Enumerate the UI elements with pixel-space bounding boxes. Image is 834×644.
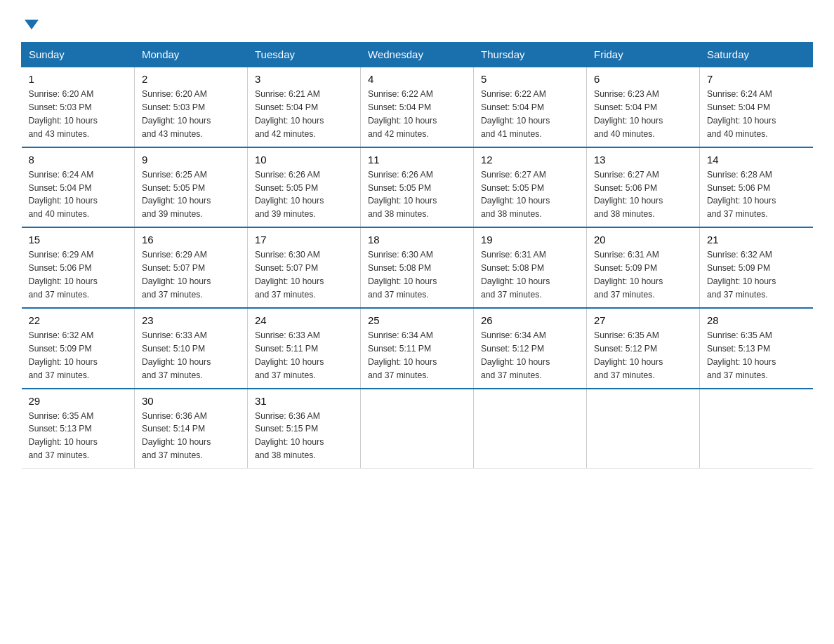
day-number: 3 [255, 73, 353, 85]
day-info: Sunrise: 6:34 AMSunset: 5:12 PMDaylight:… [481, 329, 579, 382]
day-number: 30 [142, 395, 240, 407]
calendar-cell: 10Sunrise: 6:26 AMSunset: 5:05 PMDayligh… [248, 147, 361, 228]
calendar-cell [587, 389, 700, 469]
column-header-tuesday: Tuesday [248, 43, 361, 67]
day-info: Sunrise: 6:21 AMSunset: 5:04 PMDaylight:… [255, 88, 353, 141]
calendar-cell: 30Sunrise: 6:36 AMSunset: 5:14 PMDayligh… [135, 389, 248, 469]
day-info: Sunrise: 6:36 AMSunset: 5:14 PMDaylight:… [142, 410, 240, 463]
day-info: Sunrise: 6:33 AMSunset: 5:10 PMDaylight:… [142, 329, 240, 382]
calendar-week-row: 15Sunrise: 6:29 AMSunset: 5:06 PMDayligh… [22, 227, 813, 308]
day-info: Sunrise: 6:29 AMSunset: 5:07 PMDaylight:… [142, 248, 240, 302]
day-number: 9 [142, 154, 240, 166]
column-header-thursday: Thursday [474, 43, 587, 67]
logo-triangle-icon [25, 20, 39, 29]
day-info: Sunrise: 6:35 AMSunset: 5:13 PMDaylight:… [707, 329, 806, 382]
day-info: Sunrise: 6:36 AMSunset: 5:15 PMDaylight:… [255, 410, 353, 463]
day-info: Sunrise: 6:26 AMSunset: 5:05 PMDaylight:… [368, 168, 466, 222]
day-number: 10 [255, 154, 353, 166]
calendar-week-row: 22Sunrise: 6:32 AMSunset: 5:09 PMDayligh… [22, 308, 813, 389]
day-info: Sunrise: 6:30 AMSunset: 5:07 PMDaylight:… [255, 248, 353, 302]
calendar-cell: 25Sunrise: 6:34 AMSunset: 5:11 PMDayligh… [361, 308, 474, 389]
day-info: Sunrise: 6:30 AMSunset: 5:08 PMDaylight:… [368, 248, 466, 302]
calendar-header-row: SundayMondayTuesdayWednesdayThursdayFrid… [22, 43, 813, 67]
day-number: 18 [368, 234, 466, 246]
calendar-week-row: 1Sunrise: 6:20 AMSunset: 5:03 PMDaylight… [22, 67, 813, 147]
day-number: 29 [29, 395, 128, 407]
day-info: Sunrise: 6:31 AMSunset: 5:08 PMDaylight:… [481, 248, 579, 302]
calendar-cell: 7Sunrise: 6:24 AMSunset: 5:04 PMDaylight… [700, 67, 813, 147]
day-number: 14 [707, 154, 806, 166]
day-number: 31 [255, 395, 353, 407]
day-info: Sunrise: 6:20 AMSunset: 5:03 PMDaylight:… [142, 88, 240, 141]
day-info: Sunrise: 6:26 AMSunset: 5:05 PMDaylight:… [255, 168, 353, 222]
day-number: 21 [707, 234, 806, 246]
day-info: Sunrise: 6:24 AMSunset: 5:04 PMDaylight:… [29, 168, 128, 222]
day-number: 26 [481, 314, 579, 326]
day-number: 22 [29, 314, 128, 326]
header [21, 14, 813, 29]
calendar-cell: 16Sunrise: 6:29 AMSunset: 5:07 PMDayligh… [135, 227, 248, 308]
calendar-cell: 17Sunrise: 6:30 AMSunset: 5:07 PMDayligh… [248, 227, 361, 308]
calendar-cell: 18Sunrise: 6:30 AMSunset: 5:08 PMDayligh… [361, 227, 474, 308]
calendar-week-row: 29Sunrise: 6:35 AMSunset: 5:13 PMDayligh… [22, 389, 813, 469]
day-number: 11 [368, 154, 466, 166]
calendar-cell: 29Sunrise: 6:35 AMSunset: 5:13 PMDayligh… [22, 389, 135, 469]
calendar-cell: 11Sunrise: 6:26 AMSunset: 5:05 PMDayligh… [361, 147, 474, 228]
day-info: Sunrise: 6:34 AMSunset: 5:11 PMDaylight:… [368, 329, 466, 382]
calendar-cell: 22Sunrise: 6:32 AMSunset: 5:09 PMDayligh… [22, 308, 135, 389]
calendar-cell: 19Sunrise: 6:31 AMSunset: 5:08 PMDayligh… [474, 227, 587, 308]
calendar-cell: 5Sunrise: 6:22 AMSunset: 5:04 PMDaylight… [474, 67, 587, 147]
day-number: 17 [255, 234, 353, 246]
day-number: 7 [707, 73, 806, 85]
calendar-cell: 27Sunrise: 6:35 AMSunset: 5:12 PMDayligh… [587, 308, 700, 389]
column-header-wednesday: Wednesday [361, 43, 474, 67]
calendar-cell: 6Sunrise: 6:23 AMSunset: 5:04 PMDaylight… [587, 67, 700, 147]
calendar-cell: 12Sunrise: 6:27 AMSunset: 5:05 PMDayligh… [474, 147, 587, 228]
day-number: 19 [481, 234, 579, 246]
day-info: Sunrise: 6:25 AMSunset: 5:05 PMDaylight:… [142, 168, 240, 222]
day-info: Sunrise: 6:35 AMSunset: 5:13 PMDaylight:… [29, 410, 128, 463]
calendar-cell: 21Sunrise: 6:32 AMSunset: 5:09 PMDayligh… [700, 227, 813, 308]
calendar-cell: 9Sunrise: 6:25 AMSunset: 5:05 PMDaylight… [135, 147, 248, 228]
calendar-cell [474, 389, 587, 469]
calendar-week-row: 8Sunrise: 6:24 AMSunset: 5:04 PMDaylight… [22, 147, 813, 228]
day-number: 8 [29, 154, 128, 166]
column-header-friday: Friday [587, 43, 700, 67]
calendar-cell: 23Sunrise: 6:33 AMSunset: 5:10 PMDayligh… [135, 308, 248, 389]
day-number: 25 [368, 314, 466, 326]
day-number: 27 [594, 314, 692, 326]
day-number: 24 [255, 314, 353, 326]
calendar-cell: 20Sunrise: 6:31 AMSunset: 5:09 PMDayligh… [587, 227, 700, 308]
calendar-cell: 14Sunrise: 6:28 AMSunset: 5:06 PMDayligh… [700, 147, 813, 228]
day-info: Sunrise: 6:22 AMSunset: 5:04 PMDaylight:… [368, 88, 466, 141]
column-header-saturday: Saturday [700, 43, 813, 67]
day-info: Sunrise: 6:28 AMSunset: 5:06 PMDaylight:… [707, 168, 806, 222]
day-number: 5 [481, 73, 579, 85]
calendar-table: SundayMondayTuesdayWednesdayThursdayFrid… [21, 42, 813, 469]
day-info: Sunrise: 6:27 AMSunset: 5:06 PMDaylight:… [594, 168, 692, 222]
logo [21, 20, 39, 29]
calendar-cell: 31Sunrise: 6:36 AMSunset: 5:15 PMDayligh… [248, 389, 361, 469]
day-info: Sunrise: 6:33 AMSunset: 5:11 PMDaylight:… [255, 329, 353, 382]
calendar-cell: 15Sunrise: 6:29 AMSunset: 5:06 PMDayligh… [22, 227, 135, 308]
day-number: 2 [142, 73, 240, 85]
day-number: 15 [29, 234, 128, 246]
column-header-sunday: Sunday [22, 43, 135, 67]
calendar-cell: 28Sunrise: 6:35 AMSunset: 5:13 PMDayligh… [700, 308, 813, 389]
day-number: 28 [707, 314, 806, 326]
day-info: Sunrise: 6:20 AMSunset: 5:03 PMDaylight:… [29, 88, 128, 141]
day-info: Sunrise: 6:29 AMSunset: 5:06 PMDaylight:… [29, 248, 128, 302]
day-number: 1 [29, 73, 128, 85]
day-info: Sunrise: 6:32 AMSunset: 5:09 PMDaylight:… [707, 248, 806, 302]
day-info: Sunrise: 6:27 AMSunset: 5:05 PMDaylight:… [481, 168, 579, 222]
day-number: 16 [142, 234, 240, 246]
calendar-cell: 3Sunrise: 6:21 AMSunset: 5:04 PMDaylight… [248, 67, 361, 147]
day-number: 4 [368, 73, 466, 85]
calendar-cell [700, 389, 813, 469]
logo-blue-text [21, 20, 39, 29]
day-info: Sunrise: 6:32 AMSunset: 5:09 PMDaylight:… [29, 329, 128, 382]
day-info: Sunrise: 6:35 AMSunset: 5:12 PMDaylight:… [594, 329, 692, 382]
column-header-monday: Monday [135, 43, 248, 67]
calendar-cell [361, 389, 474, 469]
calendar-cell: 26Sunrise: 6:34 AMSunset: 5:12 PMDayligh… [474, 308, 587, 389]
